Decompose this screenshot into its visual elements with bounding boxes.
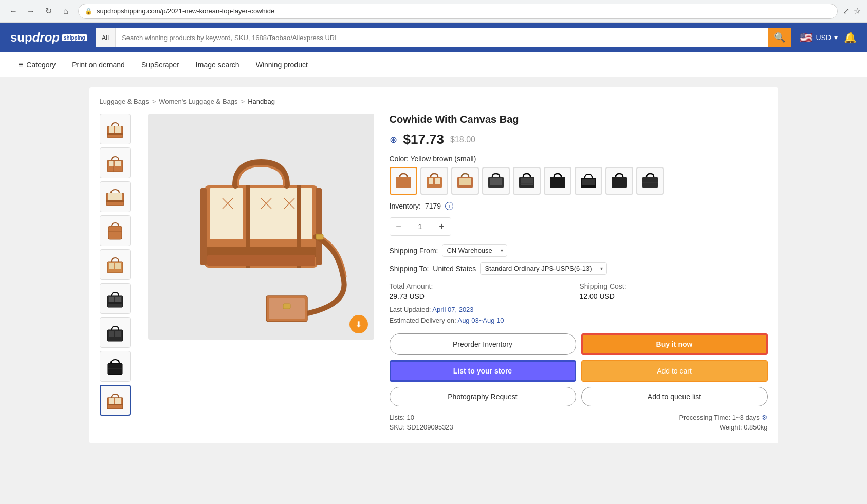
inventory-row: Inventory: 7179 i <box>390 202 768 210</box>
color-label: Color: Yellow brown (small) <box>390 155 768 163</box>
nav-supscraper[interactable]: SupScraper <box>133 52 188 77</box>
thumbnail-3[interactable] <box>100 181 131 212</box>
color-swatch-2[interactable] <box>420 167 448 195</box>
notification-icon[interactable]: 🔔 <box>844 31 857 44</box>
star-button[interactable]: ☆ <box>854 6 861 16</box>
preorder-inventory-button[interactable]: Preorder Inventory <box>390 333 576 355</box>
inventory-info-icon[interactable]: i <box>445 202 453 210</box>
qty-input[interactable] <box>408 218 433 235</box>
breadcrumb-womens-luggage[interactable]: Women's Luggage & Bags <box>159 98 237 105</box>
thumbnail-7[interactable] <box>100 317 131 348</box>
product-title: Cowhide With Canvas Bag <box>390 114 768 125</box>
qty-decrease-button[interactable]: − <box>390 218 408 235</box>
back-button[interactable]: ← <box>6 4 21 18</box>
home-button[interactable]: ⌂ <box>59 4 73 18</box>
nav-print-on-demand[interactable]: Print on demand <box>64 52 133 77</box>
nav-image-search[interactable]: Image search <box>188 52 248 77</box>
download-icon: ⬇ <box>355 320 362 329</box>
buy-now-button[interactable]: Buy it now <box>581 333 768 355</box>
search-all-selector[interactable]: All <box>96 28 116 47</box>
svg-rect-50 <box>429 178 433 184</box>
color-section: Color: Yellow brown (small) <box>390 155 768 195</box>
last-updated-value[interactable]: April 07, 2023 <box>432 306 473 313</box>
photography-request-button[interactable]: Photography Request <box>390 387 576 406</box>
color-swatch-6[interactable] <box>544 167 571 195</box>
svg-rect-43 <box>316 188 322 265</box>
thumbnail-6[interactable] <box>100 283 131 314</box>
currency-selector[interactable]: 🇺🇸 USD ▾ <box>800 31 838 44</box>
thumbnail-4[interactable] <box>100 215 131 246</box>
bookmark-button[interactable]: ⤢ <box>843 6 850 16</box>
reload-button[interactable]: ↻ <box>41 4 56 18</box>
current-price: $17.73 <box>403 132 445 147</box>
nav-supscraper-label: SupScraper <box>141 61 179 69</box>
processing-time: Processing Time: 1~3 days ⚙ <box>679 414 767 421</box>
nav-winning-product[interactable]: Winning product <box>248 52 316 77</box>
download-button[interactable]: ⬇ <box>349 315 368 333</box>
add-to-cart-button[interactable]: Add to cart <box>581 360 768 382</box>
processing-settings-icon: ⚙ <box>762 414 768 421</box>
main-product-image <box>163 129 359 324</box>
nav-image-search-label: Image search <box>196 61 239 69</box>
main-image-wrap: ⬇ <box>148 114 374 340</box>
svg-rect-42 <box>200 188 207 265</box>
total-amount-value: 29.73 USD <box>390 292 578 301</box>
svg-rect-53 <box>459 178 471 185</box>
price-row: ⊛ $17.73 $18.00 <box>390 132 768 147</box>
shipping-cost-value: 12.00 USD <box>580 292 768 301</box>
svg-rect-31 <box>248 188 312 239</box>
svg-rect-51 <box>435 178 440 184</box>
search-button[interactable]: 🔍 <box>768 28 791 47</box>
address-bar[interactable]: 🔒 supdropshipping.com/p/2021-new-korean-… <box>78 4 838 19</box>
thumbnail-8[interactable] <box>100 351 131 382</box>
color-swatch-4[interactable] <box>482 167 510 195</box>
svg-rect-55 <box>490 178 502 185</box>
svg-rect-15 <box>115 263 121 269</box>
lists-label: Lists: <box>390 414 405 421</box>
lock-icon: 🔒 <box>85 8 93 15</box>
site-header: supdrop shipping All 🔍 🇺🇸 USD ▾ 🔔 <box>0 23 867 52</box>
thumbnail-9[interactable] <box>100 385 131 416</box>
thumbnail-1[interactable] <box>100 114 131 144</box>
browser-nav-icons: ← → ↻ ⌂ <box>6 4 73 18</box>
est-delivery: Estimated Delivery on: Aug 03~Aug 10 <box>390 316 768 324</box>
svg-rect-30 <box>210 188 243 239</box>
color-swatch-9[interactable] <box>636 167 664 195</box>
shipping-from-select[interactable]: CN Warehouse <box>442 244 507 257</box>
thumb-bag-icon-3 <box>103 185 127 209</box>
color-swatch-3[interactable] <box>451 167 479 195</box>
list-to-store-button[interactable]: List to your store <box>390 360 576 382</box>
add-to-queue-list-button[interactable]: Add to queue list <box>581 387 768 406</box>
color-swatch-8[interactable] <box>605 167 633 195</box>
thumb-bag-icon-1 <box>103 117 127 141</box>
svg-rect-63 <box>642 177 658 188</box>
search-input[interactable] <box>116 34 768 42</box>
inventory-label: Inventory: <box>390 202 421 210</box>
header-right: 🇺🇸 USD ▾ 🔔 <box>800 31 857 44</box>
currency-chevron-icon: ▾ <box>834 33 838 42</box>
color-swatch-7[interactable] <box>575 167 602 195</box>
logo[interactable]: supdrop shipping <box>10 30 87 45</box>
est-delivery-value[interactable]: Aug 03~Aug 10 <box>457 316 504 324</box>
color-swatch-1[interactable] <box>390 167 417 195</box>
thumb-bag-icon-9 <box>103 388 127 412</box>
swatch-bag-4 <box>486 171 506 191</box>
last-updated-label: Last Updated: <box>390 306 431 313</box>
shipping-cost-label: Shipping Cost: <box>580 282 768 290</box>
product-layout: ⬇ Cowhide With Canvas Bag ⊛ $17.73 $18.0… <box>100 114 768 433</box>
search-bar: All 🔍 <box>96 28 792 47</box>
qty-increase-button[interactable]: + <box>433 218 451 235</box>
thumbnail-5[interactable] <box>100 249 131 280</box>
shipping-method-select[interactable]: Standard Ordinary JPS-USPS(6-13) <box>480 262 607 275</box>
swatch-bag-2 <box>424 171 445 191</box>
color-swatch-5[interactable] <box>513 167 541 195</box>
breadcrumb-luggage-bags[interactable]: Luggage & Bags <box>100 98 149 105</box>
thumbnail-2[interactable] <box>100 147 131 178</box>
info-icon: i <box>449 203 450 209</box>
nav-category[interactable]: ≡ Category <box>10 52 64 77</box>
shipping-from-select-wrapper: CN Warehouse ▾ <box>442 244 507 257</box>
forward-button[interactable]: → <box>24 4 38 18</box>
svg-rect-59 <box>550 177 565 188</box>
weight-info: Weight: 0.850kg <box>720 423 768 431</box>
svg-rect-21 <box>109 331 114 337</box>
